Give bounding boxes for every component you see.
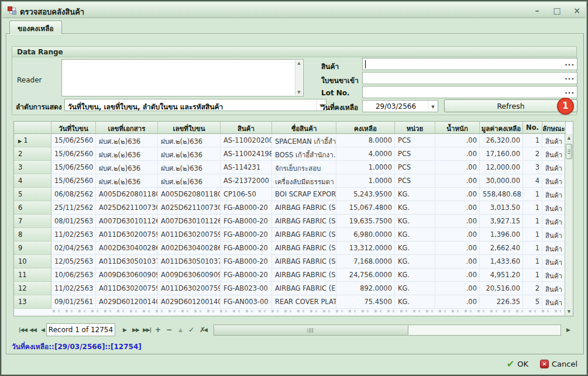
row-indicator[interactable]: 2 [14, 147, 51, 161]
table-row[interactable]: 1110/06/2563A009D630600909A009D630600909… [14, 268, 573, 282]
nav-next-icon[interactable]: ▶ [120, 324, 129, 336]
chevron-down-icon[interactable]: ▼ [428, 101, 438, 112]
ok-button[interactable]: ✔ OK [507, 358, 528, 370]
nav-cancel-edit-icon[interactable]: ✗ [198, 324, 207, 336]
cell: 558,480.68 [480, 188, 523, 201]
column-header[interactable]: น้ำหนัก [435, 122, 480, 134]
close-icon[interactable]: × [570, 5, 584, 16]
horizontal-scroll-thumb[interactable] [214, 325, 408, 335]
row-indicator[interactable]: ▶1 [14, 134, 51, 147]
tab-remaining-goods[interactable]: ของคงเหลือ [9, 20, 62, 34]
column-header[interactable]: เลขที่ใบขน [158, 122, 221, 134]
cell: 5,243.9500 [336, 188, 395, 201]
nav-prev-page-icon[interactable]: ◀◀ [28, 324, 37, 336]
cell: .00 [435, 188, 480, 201]
browse-ellipsis-button[interactable]: ... [565, 73, 575, 81]
row-indicator[interactable]: 11 [14, 268, 51, 282]
cell: 892.0000 [336, 282, 395, 295]
column-header[interactable] [14, 122, 51, 134]
inventory-grid: วันที่ใบขนเลขที่เอกสารเลขที่ใบขนสินค้าชื… [13, 121, 573, 316]
table-row[interactable]: 811/02/2563A011D630200759A011D630200759F… [14, 228, 573, 242]
scroll-up-icon[interactable]: ▲ [295, 61, 302, 65]
table-row[interactable]: 215/06/2560ฝบศ.๒(๒)636ฝบศ.๒(๒)636AS-1100… [14, 147, 573, 161]
column-header[interactable]: No. [523, 122, 542, 134]
nav-post-icon[interactable]: ✓ [187, 324, 196, 336]
reader-input[interactable]: ▲ ▼ [61, 59, 304, 96]
column-header[interactable]: สินค้า [221, 122, 272, 134]
vertical-scroll-thumb[interactable] [566, 144, 572, 159]
cell: A002D630400286 [158, 242, 221, 255]
table-row[interactable]: 415/06/2560ฝบศ.๒(๒)636ฝบศ.๒(๒)636AS-2137… [14, 174, 573, 188]
browse-ellipsis-button[interactable]: ... [565, 87, 575, 95]
cell: A005D620801180 [96, 188, 158, 201]
table-row[interactable]: 625/11/2562A025D621100730A025D621100730F… [14, 201, 573, 215]
cell: A007D630101126 [158, 215, 221, 228]
cell: .00 [435, 201, 480, 215]
column-header[interactable]: เลขที่เอกสาร [96, 122, 158, 134]
row-indicator[interactable]: 5 [14, 188, 51, 201]
cell: 4.0000 [336, 147, 395, 161]
cell: 11/02/2563 [51, 228, 96, 242]
lookup-input[interactable]: ... [362, 86, 577, 98]
column-header[interactable]: คงเหลือ [336, 122, 395, 134]
cell: สินค้า [542, 228, 566, 242]
column-header[interactable]: วันที่ใบขน [51, 122, 96, 134]
row-indicator[interactable]: 7 [14, 215, 51, 228]
maximize-icon[interactable]: □ [550, 5, 564, 16]
column-header[interactable]: ลักษณะ [542, 122, 566, 134]
lookup-input[interactable]: ... [362, 72, 577, 84]
row-indicator[interactable]: 9 [14, 242, 51, 255]
cell: FG-AB000-20 [221, 255, 272, 268]
column-header[interactable]: หน่วย [395, 122, 435, 134]
cancel-button[interactable]: ✕ Cancel [540, 360, 577, 368]
nav-delete-icon[interactable]: − [164, 324, 174, 336]
lookup-input[interactable]: ... [362, 58, 577, 70]
table-row[interactable]: 902/04/2563A002D630400286A002D630400286F… [14, 242, 573, 255]
row-indicator[interactable]: 12 [14, 282, 51, 295]
row-indicator[interactable]: 6 [14, 201, 51, 215]
cell: 3,927.15 [480, 215, 523, 228]
table-row[interactable]: 1211/02/2563A011D630200759A011D630200759… [14, 282, 573, 295]
cell: AIRBAG FABRIC (S... [272, 228, 336, 242]
row-indicator[interactable]: 10 [14, 255, 51, 268]
reader-scrollbar[interactable]: ▲ ▼ [295, 60, 302, 95]
nav-first-icon[interactable]: |◀◀ [18, 324, 27, 336]
cell: PCS [395, 147, 435, 161]
table-row[interactable]: 1012/05/2563A011D630501037A011D630501037… [14, 255, 573, 268]
scroll-up-icon[interactable]: ▲ [565, 134, 573, 142]
row-indicator[interactable]: 13 [14, 295, 51, 309]
scroll-down-icon[interactable]: ▼ [565, 308, 573, 316]
stock-date-picker[interactable]: 29/03/2566 ▼ [362, 100, 438, 112]
nav-edit-icon[interactable]: ▲ [176, 324, 185, 336]
cell: 1,433.60 [480, 255, 523, 268]
row-indicator[interactable]: 3 [14, 161, 51, 174]
scroll-down-icon[interactable]: ▼ [295, 90, 302, 95]
cell: .00 [435, 282, 480, 295]
nav-append-icon[interactable]: + [153, 324, 163, 336]
row-indicator[interactable]: 4 [14, 174, 51, 188]
column-header[interactable]: ชื่อสินค้า [272, 122, 336, 134]
hscroll-right-icon[interactable]: ▶ [563, 324, 573, 336]
column-header[interactable]: มูลค่าคงเหลือ [480, 122, 523, 134]
cell: 1 [523, 228, 542, 242]
table-row[interactable]: 506/08/2562A005D620801180A005D620801180C… [14, 188, 573, 201]
cell: KG. [395, 295, 435, 309]
sort-order-combobox[interactable]: วันที่ใบขน, เลขที่ใบขน, ลำดับในขน และรหั… [64, 99, 326, 111]
nav-last-icon[interactable]: ▶▶| [142, 324, 152, 336]
row-indicator[interactable]: 8 [14, 228, 51, 242]
minimize-icon[interactable]: – [530, 5, 544, 16]
table-row[interactable]: 315/06/2560ฝบศ.๒(๒)636ฝบศ.๒(๒)636AS-1142… [14, 161, 573, 174]
cell: AIRBAG FABRIC (S... [272, 255, 336, 268]
nav-next-page-icon[interactable]: ▶▶ [131, 324, 140, 336]
table-row[interactable]: 1309/01/2561A029D601200140A029D601200140… [14, 295, 573, 309]
table-row[interactable]: ▶115/06/2560ฝบศ.๒(๒)636ฝบศ.๒(๒)636AS-110… [14, 134, 573, 147]
grid-horizontal-scrollbar[interactable] [214, 325, 561, 336]
cell: A025D621100730 [158, 201, 221, 215]
grid-vertical-scrollbar[interactable]: ▲ ▼ [565, 134, 573, 316]
table-row[interactable]: 708/01/2563A007D630101126A007D630101126F… [14, 215, 573, 228]
nav-prev-icon[interactable]: ◀ [38, 324, 47, 336]
cell: 15,067.4800 [336, 201, 395, 215]
record-count-label: Record 1 of 12754 [46, 323, 115, 336]
cell: AIRBAG FABRIC (S... [272, 242, 336, 255]
browse-ellipsis-button[interactable]: ... [565, 59, 575, 67]
